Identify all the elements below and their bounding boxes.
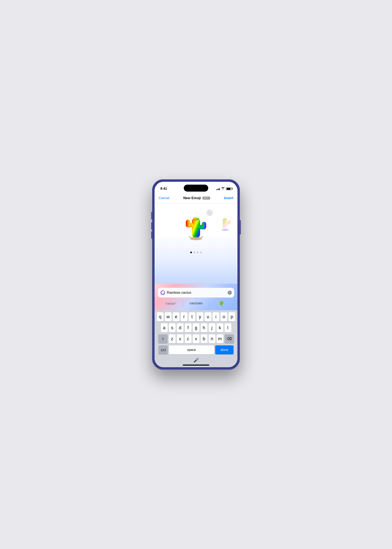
key-p[interactable]: p [228,312,235,321]
nav-bar: Cancel New Emoji BETA Insert [154,193,238,204]
beta-badge: BETA [203,197,210,200]
key-s[interactable]: s [169,323,175,332]
phone-screen: 9:41 [154,182,238,367]
dynamic-island [184,185,208,192]
key-h[interactable]: h [201,323,207,332]
search-input[interactable]: Rainbow cactus [167,291,226,295]
key-y[interactable]: y [197,312,203,321]
key-q[interactable]: q [157,312,164,321]
svg-rect-2 [186,220,190,227]
keyboard: q w e r t y u i o p a s d f g h j k [154,310,238,357]
key-k[interactable]: k [217,323,223,332]
keyboard-row-4: 123 space done [155,345,237,354]
status-icons [216,187,232,190]
num-key[interactable]: 123 [158,345,168,354]
apple-intelligence-icon [160,290,165,295]
key-i[interactable]: i [213,312,219,321]
svg-rect-4 [202,222,206,229]
keyboard-row-2: a s d f g h j k l [155,323,237,332]
battery-icon [226,187,232,190]
keyboard-row-3: ⇧ z x c v b n m ⌫ [155,334,237,343]
key-o[interactable]: o [221,312,227,321]
svg-rect-14 [223,218,228,230]
emoji-main-item[interactable] [180,211,212,244]
autocomplete-item-cactuses[interactable]: cactuses [183,299,209,307]
key-d[interactable]: d [177,323,183,332]
key-u[interactable]: u [205,312,211,321]
key-j[interactable]: j [209,323,215,332]
key-c[interactable]: c [185,334,191,343]
page-dot-2[interactable] [194,252,195,253]
key-x[interactable]: x [177,334,183,343]
shift-key[interactable]: ⇧ [158,334,168,343]
search-section: Rainbow cactus × "cactus" cactuses 🌵 [154,284,238,310]
page-indicator [190,252,202,253]
key-r[interactable]: r [181,312,187,321]
autocomplete-item-cactus-quoted[interactable]: "cactus" [158,299,183,307]
status-time: 9:41 [160,187,167,191]
key-z[interactable]: z [169,334,175,343]
delete-key[interactable]: ⌫ [224,334,234,343]
page-dot-4[interactable] [200,252,202,253]
nav-title-area: New Emoji BETA [183,196,210,200]
insert-button[interactable]: Insert [224,196,233,200]
key-l[interactable]: l [224,323,231,332]
key-a[interactable]: a [161,323,168,332]
autocomplete-item-cactus-emoji[interactable]: 🌵 [209,299,234,307]
key-w[interactable]: w [165,312,171,321]
keyboard-row-1: q w e r t y u i o p [155,312,237,321]
key-t[interactable]: t [189,312,195,321]
svg-rect-16 [228,220,231,225]
nav-title: New Emoji [183,196,201,200]
signal-icon [216,188,220,190]
emoji-carousel: ··· [154,208,238,248]
key-v[interactable]: v [193,334,199,343]
home-indicator [183,365,209,366]
rainbow-cactus-main-svg [182,211,210,244]
key-b[interactable]: b [201,334,207,343]
page-dot-1[interactable] [190,252,192,253]
svg-point-17 [222,229,229,231]
svg-point-12 [190,237,202,240]
space-key[interactable]: space [169,345,214,354]
page-dot-3[interactable] [197,252,198,253]
search-bar[interactable]: Rainbow cactus × [158,288,234,298]
svg-point-13 [193,217,199,220]
wifi-icon [221,187,224,190]
key-e[interactable]: e [173,312,179,321]
key-g[interactable]: g [193,323,199,332]
microphone-icon[interactable]: 🎤 [193,358,199,363]
key-n[interactable]: n [209,334,215,343]
emoji-area: ··· [154,204,238,284]
key-f[interactable]: f [185,323,191,332]
bottom-bar: 🎤 [154,357,238,367]
autocomplete-bar: "cactus" cactuses 🌵 [158,299,234,307]
key-m[interactable]: m [217,334,223,343]
done-key[interactable]: done [215,345,234,354]
phone-frame: 9:41 [152,179,240,370]
emoji-secondary-item[interactable] [217,214,233,238]
search-clear-button[interactable]: × [228,291,232,295]
cancel-button[interactable]: Cancel [159,196,169,200]
